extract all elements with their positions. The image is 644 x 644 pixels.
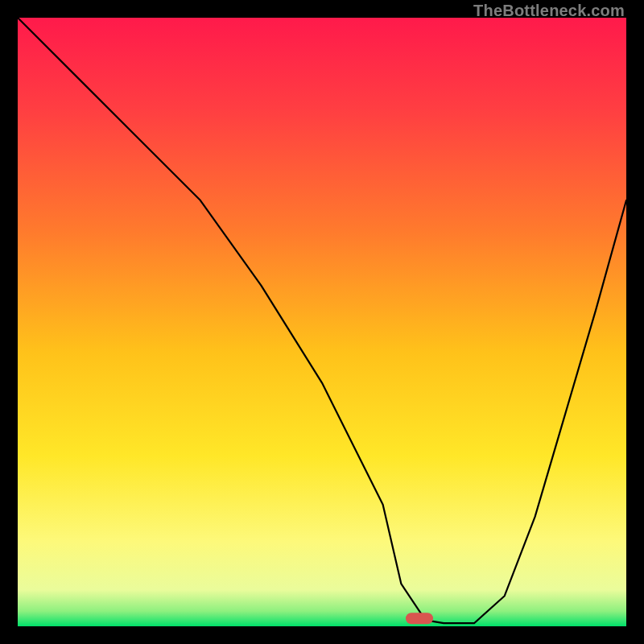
chart-frame: [18, 18, 626, 626]
bottleneck-chart: [18, 18, 626, 626]
optimal-marker: [406, 613, 433, 624]
watermark-label: TheBottleneck.com: [473, 2, 625, 20]
